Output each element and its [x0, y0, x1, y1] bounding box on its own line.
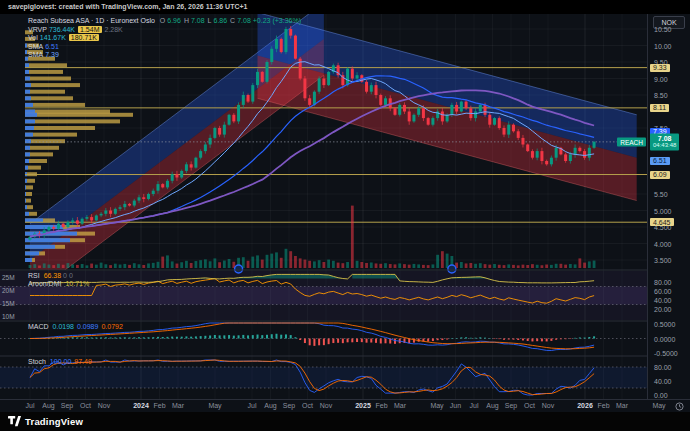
price-tick: 5.50 — [654, 191, 668, 198]
tradingview-logo[interactable]: TradingView — [8, 416, 83, 427]
rsi-overlay-value: 10.71% — [65, 280, 89, 287]
rsi-axis-tick: 20.00 — [654, 306, 672, 313]
ohlc-key: C — [230, 17, 235, 24]
price-badge-yellow: 6.09 — [650, 171, 670, 179]
rsi-legend: RSI 66.38 0 0 Aroon/DMI 10.71% — [28, 272, 89, 288]
time-label[interactable]: Jul — [248, 402, 257, 409]
legend-row-value: 2.28K — [105, 26, 123, 33]
legend-row: Vol141.67K180.71K — [28, 34, 301, 43]
stoch-axis-tick: 40.00 — [654, 378, 672, 385]
symbol-title-row: Reach Subsea ASA · 1D · Euronext Oslo O6… — [28, 17, 301, 26]
macd-label[interactable]: MACD — [28, 323, 49, 330]
legend-row-value: 1.54M — [78, 26, 101, 33]
time-label[interactable]: Nov — [542, 402, 554, 409]
legend-row-value: 141.67K — [40, 34, 66, 41]
ohlc-key: O — [160, 17, 165, 24]
left-scale-tick: 25M — [2, 274, 15, 281]
time-label[interactable]: Sep — [505, 402, 517, 409]
legend-row-label[interactable]: VRVP — [28, 26, 47, 33]
ohlc-value: 7.08 — [237, 17, 251, 24]
stoch-value: 100.00 — [50, 358, 71, 365]
time-label[interactable]: Sep — [283, 402, 295, 409]
tradingview-logo-text: TradingView — [25, 416, 83, 427]
macd-axis-tick: 0.5000 — [654, 321, 675, 328]
rsi-axis-tick: 40.00 — [654, 297, 672, 304]
legend-row-value: 180.71K — [69, 34, 99, 41]
price-badge-yellow: 9.33 — [650, 64, 670, 72]
rsi-overlay-label[interactable]: Aroon/DMI — [28, 280, 61, 287]
symbol-legend: Reach Subsea ASA · 1D · Euronext Oslo O6… — [28, 17, 301, 60]
price-tick: 10.50 — [654, 26, 672, 33]
time-label[interactable]: May — [430, 402, 443, 409]
stoch-legend: Stoch 100.0097.49 — [28, 358, 95, 366]
time-label[interactable]: Mar — [172, 402, 184, 409]
time-label[interactable]: Jun — [450, 402, 461, 409]
time-label[interactable]: Jul — [470, 402, 479, 409]
time-label[interactable]: Aug — [264, 402, 276, 409]
time-label[interactable]: Feb — [375, 402, 387, 409]
time-label[interactable]: May — [208, 402, 221, 409]
price-badge-lightblue: 6.51 — [650, 157, 670, 165]
time-label[interactable]: Aug — [42, 402, 54, 409]
ohlc-key: H — [184, 17, 189, 24]
price-tick: 10.00 — [654, 42, 672, 49]
ohlc-values: O6.96H7.08L6.86C7.08 — [157, 17, 251, 24]
time-label[interactable]: Feb — [597, 402, 609, 409]
legend-row-label[interactable]: SMA — [28, 43, 43, 50]
time-label[interactable]: Feb — [153, 402, 165, 409]
macd-value: 0.0989 — [77, 323, 98, 330]
clock-icon[interactable] — [675, 402, 684, 411]
stoch-label[interactable]: Stoch — [28, 358, 46, 365]
chart-area[interactable]: Reach Subsea ASA · 1D · Euronext Oslo O6… — [0, 14, 690, 399]
symbol-title[interactable]: Reach Subsea ASA · 1D · Euronext Oslo — [28, 17, 155, 24]
time-label[interactable]: Nov — [320, 402, 332, 409]
time-label[interactable]: 2025 — [355, 402, 371, 409]
legend-row: VRVP736.44K1.54M2.28K — [28, 26, 301, 35]
time-label[interactable]: 2024 — [133, 402, 149, 409]
rsi-label[interactable]: RSI — [28, 272, 40, 279]
left-scale-tick: 15M — [2, 300, 15, 307]
time-label[interactable]: Oct — [80, 402, 91, 409]
time-label[interactable]: Sep — [61, 402, 73, 409]
time-label[interactable]: Oct — [524, 402, 535, 409]
macd-axis-tick: -0.5000 — [654, 350, 678, 357]
rsi-axis-tick: 60.00 — [654, 288, 672, 295]
price-tick: 9.00 — [654, 75, 668, 82]
time-label[interactable]: Nov — [98, 402, 110, 409]
ohlc-value: 7.08 — [191, 17, 205, 24]
time-label[interactable]: 2026 — [577, 402, 593, 409]
left-scale[interactable]: 25M20M15M10M — [2, 14, 24, 399]
time-label[interactable]: Mar — [616, 402, 628, 409]
macd-axis-tick: 0.0000 — [654, 335, 675, 342]
time-axis[interactable]: JulAugSepOctNov2024FebMarMayJulAugSepOct… — [0, 399, 690, 413]
time-label[interactable]: Aug — [486, 402, 498, 409]
rsi-axis-tick: 80.00 — [654, 279, 672, 286]
left-scale-tick: 10M — [2, 313, 15, 320]
time-label[interactable]: Jul — [26, 402, 35, 409]
price-axis[interactable]: NOK 10.5010.009.509.008.507.505.505.0004… — [647, 14, 690, 399]
legend-row-value: 736.44K — [49, 26, 75, 33]
time-label[interactable]: Oct — [302, 402, 313, 409]
stoch-axis-tick: 0.00 — [654, 392, 668, 399]
tradingview-chart-window: savepiglovest: created with TradingView.… — [0, 0, 690, 431]
legend-row-value: 6.51 — [45, 43, 59, 50]
time-label[interactable]: Mar — [394, 402, 406, 409]
ohlc-value: 6.96 — [167, 17, 181, 24]
chart-canvas[interactable] — [0, 14, 690, 399]
legend-row: SMA7.39 — [28, 51, 301, 60]
price-badge-yellow: 4.645 — [650, 218, 674, 226]
macd-value: 0.0198 — [53, 323, 74, 330]
legend-row-label[interactable]: SMA — [28, 51, 43, 58]
time-label[interactable]: May — [652, 402, 665, 409]
macd-values: 0.01980.09890.0792 — [53, 323, 126, 330]
legend-row-label[interactable]: Vol — [28, 34, 38, 41]
stoch-value: 97.49 — [74, 358, 92, 365]
price-tick: 8.50 — [654, 92, 668, 99]
event-marker-icon[interactable] — [235, 265, 243, 273]
attribution-text: savepiglovest: created with TradingView.… — [8, 3, 247, 10]
macd-legend: MACD 0.01980.09890.0792 — [28, 323, 126, 331]
change-value: +0.23 (+3.36%) — [253, 17, 301, 24]
stoch-values: 100.0097.49 — [50, 358, 95, 365]
event-marker-icon[interactable] — [448, 265, 456, 273]
ohlc-value: 6.86 — [213, 17, 227, 24]
